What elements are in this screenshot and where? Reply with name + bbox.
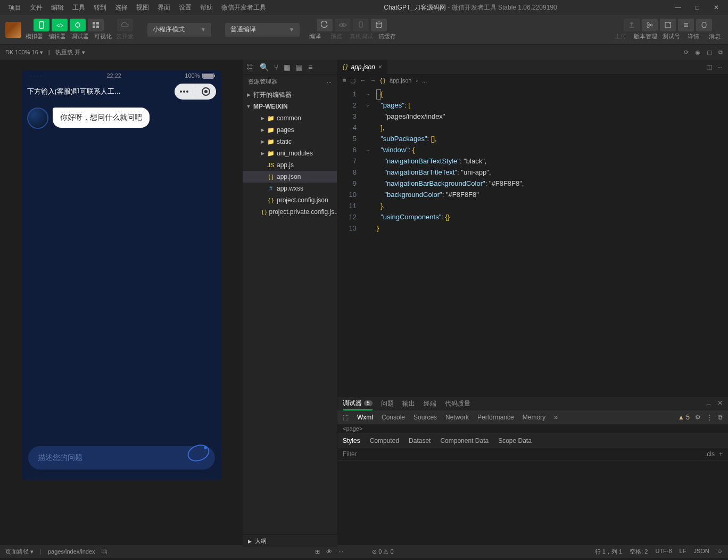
cls-toggle[interactable]: .cls [705, 450, 715, 458]
device-select[interactable]: DK 100% 16 ▾ [5, 49, 43, 56]
git-icon[interactable]: ⑂ [274, 63, 278, 71]
devtools-memory[interactable]: Memory [523, 414, 545, 421]
tree-item-app-json[interactable]: app.json [243, 171, 337, 183]
devtools-tab-terminal[interactable]: 终端 [424, 399, 436, 408]
bc-forward-icon[interactable]: → [370, 77, 376, 84]
compile-select[interactable]: 普通编译▼ [225, 23, 300, 37]
tab-app-json[interactable]: { } app.json × [337, 60, 388, 74]
menu-project[interactable]: 项目 [4, 1, 26, 14]
user-avatar[interactable] [5, 22, 21, 38]
status-eye-icon[interactable]: 👁 [326, 548, 332, 555]
remote-debug-button[interactable] [353, 19, 369, 31]
tree-open-editors[interactable]: ▶打开的编辑器 [243, 89, 337, 101]
test-account-button[interactable] [660, 19, 676, 31]
devtools-sources[interactable]: Sources [413, 414, 437, 421]
indent-info[interactable]: 空格: 2 [630, 548, 648, 556]
code-editor[interactable]: 12345678910111213 ⌄⌄⌄ { "pages": [ "page… [337, 86, 728, 396]
language-info[interactable]: JSON [693, 548, 709, 556]
cursor-position[interactable]: 行 1，列 1 [595, 548, 622, 556]
refresh-icon[interactable]: ⟳ [684, 49, 689, 56]
maximize-button[interactable]: □ [690, 1, 705, 14]
menu-select[interactable]: 选择 [111, 1, 132, 14]
preview-button[interactable] [335, 19, 351, 31]
extensions-icon[interactable]: ▦ [284, 63, 291, 71]
devtools-performance[interactable]: Performance [477, 414, 514, 421]
styles-tab-computed[interactable]: Computed [370, 437, 399, 444]
tree-item-project-config-json[interactable]: project.config.json [243, 194, 337, 206]
details-button[interactable] [678, 19, 694, 31]
compile-button[interactable] [317, 19, 333, 31]
capsule-button[interactable] [175, 84, 216, 100]
close-button[interactable]: ✕ [709, 1, 724, 14]
send-orb-icon[interactable] [185, 440, 212, 466]
messages-button[interactable] [696, 19, 712, 31]
db-icon[interactable]: ▤ [296, 63, 303, 71]
status-more-icon[interactable]: ··· [338, 548, 343, 555]
capsule-close-icon[interactable] [202, 87, 210, 96]
menu-tools[interactable]: 工具 [68, 1, 89, 14]
devtools-close-icon[interactable]: ✕ [717, 399, 723, 408]
bc-back-icon[interactable]: ← [360, 77, 366, 84]
devtools-tab-quality[interactable]: 代码质量 [445, 399, 470, 408]
devtools-more-tabs-icon[interactable]: » [554, 414, 558, 421]
capsule-menu-icon[interactable] [180, 90, 188, 93]
tree-item-static[interactable]: ▶📁static [243, 136, 337, 147]
styles-tab-component[interactable]: Component Data [440, 437, 489, 444]
search-icon[interactable]: 🔍 [260, 63, 269, 71]
mode-select[interactable]: 小程序模式▼ [147, 23, 211, 37]
warning-badge[interactable]: ▲ 5 [678, 414, 690, 421]
devtools-wxml[interactable]: Wxml [357, 414, 373, 421]
devtools-tab-output[interactable]: 输出 [402, 399, 415, 408]
new-style-icon[interactable]: + [719, 450, 723, 458]
terminal-icon[interactable]: ≡ [308, 63, 312, 71]
bc-menu-icon[interactable]: ≡ [343, 77, 346, 84]
version-button[interactable] [642, 19, 658, 31]
menu-settings[interactable]: 设置 [175, 1, 196, 14]
tree-project-root[interactable]: ▼MP-WEIXIN [243, 101, 337, 112]
tree-item-pages[interactable]: ▶📁pages [243, 124, 337, 136]
devtools-network[interactable]: Network [445, 414, 469, 421]
page-path-label[interactable]: 页面路径 ▾ [5, 548, 34, 556]
explorer-more-icon[interactable]: ··· [327, 79, 332, 85]
menu-goto[interactable]: 转到 [89, 1, 111, 14]
record-icon[interactable]: ◉ [695, 49, 700, 56]
devtools-settings-icon[interactable]: ⚙ [695, 414, 701, 421]
feedback-icon[interactable]: ☺ [717, 548, 723, 556]
device-icon[interactable]: ▢ [707, 49, 712, 56]
tree-item-project-private-config-js---[interactable]: project.private.config.js... [243, 206, 337, 218]
breadcrumb-file[interactable]: app.json [390, 77, 412, 84]
page-path-value[interactable]: pages/index/index [48, 548, 95, 555]
tab-close-icon[interactable]: × [378, 63, 382, 71]
encoding-info[interactable]: UTF-8 [655, 548, 672, 556]
hot-reload-toggle[interactable]: 热重载 开 ▾ [55, 48, 85, 56]
debugger-toggle[interactable] [70, 19, 86, 31]
upload-button[interactable] [624, 19, 640, 31]
menu-wechat-devtools[interactable]: 微信开发者工具 [217, 1, 270, 14]
bc-bookmark-icon[interactable]: ▢ [350, 77, 355, 84]
menu-help[interactable]: 帮助 [196, 1, 217, 14]
styles-filter-input[interactable] [343, 450, 705, 458]
styles-tab-dataset[interactable]: Dataset [409, 437, 431, 444]
menu-interface[interactable]: 界面 [153, 1, 175, 14]
editor-toggle[interactable]: </> [52, 19, 68, 31]
tree-item-uni-modules[interactable]: ▶📁uni_modules [243, 147, 337, 159]
tree-item-app-wxss[interactable]: #app.wxss [243, 183, 337, 194]
copy-path-icon[interactable]: ⿻ [102, 548, 107, 555]
devtools-console[interactable]: Console [382, 414, 405, 421]
eol-info[interactable]: LF [680, 548, 686, 556]
menu-view[interactable]: 视图 [132, 1, 153, 14]
cloud-dev-button[interactable] [117, 19, 133, 31]
devtools-tab-debugger[interactable]: 调试器5 [343, 397, 373, 410]
status-errors[interactable]: ⊘ 0 ⚠ 0 [372, 548, 393, 555]
breadcrumb-more[interactable]: ... [422, 77, 427, 84]
menu-edit[interactable]: 编辑 [47, 1, 68, 14]
styles-tab-styles[interactable]: Styles [343, 437, 360, 444]
devtools-kebab-icon[interactable]: ⋮ [706, 414, 713, 421]
tree-item-app-js[interactable]: JSapp.js [243, 159, 337, 171]
devtools-collapse-icon[interactable]: ︿ [706, 399, 712, 408]
status-dashboard-icon[interactable]: ⊞ [315, 548, 320, 555]
devtools-tab-problems[interactable]: 问题 [381, 399, 394, 408]
outline-section[interactable]: ▶大纲 [243, 534, 337, 547]
simulator-toggle[interactable] [34, 19, 49, 31]
menu-file[interactable]: 文件 [26, 1, 47, 14]
